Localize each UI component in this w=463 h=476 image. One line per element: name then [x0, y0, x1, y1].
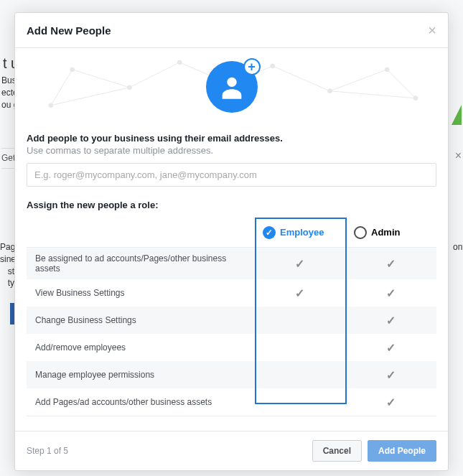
add-people-modal: Add New People ×: [14, 12, 449, 471]
perm-label: Add/remove employees: [27, 337, 254, 358]
svg-line-16: [51, 70, 73, 106]
instruction-subtext: Use commas to separate multiple addresse…: [27, 145, 436, 156]
check-icon: ✓: [386, 286, 396, 300]
check-icon: ✓: [386, 314, 396, 327]
check-icon: ✓: [295, 257, 304, 271]
table-row: Add/remove employees ✓: [27, 334, 436, 361]
svg-line-17: [329, 91, 416, 98]
perm-label: View Business Settings: [27, 282, 254, 304]
perm-label: Change Business Settings: [27, 309, 254, 331]
table-row: Be assigned to ad accounts/Pages/other b…: [27, 248, 436, 279]
step-indicator: Step 1 of 5: [27, 446, 68, 456]
role-employee[interactable]: Employee: [254, 226, 345, 239]
check-icon: ✓: [386, 257, 396, 271]
svg-line-13: [329, 70, 387, 91]
modal-body: + Add people to your business using thei…: [15, 48, 448, 431]
close-icon[interactable]: ×: [428, 23, 436, 37]
svg-line-12: [273, 66, 330, 91]
modal-footer: Step 1 of 5 Cancel Add People: [15, 431, 448, 470]
assign-role-label: Assign the new people a role:: [27, 200, 436, 210]
perm-label: Add Pages/ad accounts/other business ass…: [27, 391, 254, 413]
svg-line-8: [73, 70, 130, 88]
table-row: Add Pages/ad accounts/other business ass…: [27, 388, 436, 416]
table-row: Manage employee permissions ✓: [27, 361, 436, 388]
svg-line-9: [129, 62, 179, 88]
radio-checked-icon: [263, 226, 276, 239]
table-row: View Business Settings ✓ ✓: [27, 279, 436, 307]
cancel-button[interactable]: Cancel: [312, 440, 362, 462]
table-row: Change Business Settings ✓: [27, 307, 436, 334]
check-icon: ✓: [386, 368, 396, 382]
svg-line-14: [387, 70, 416, 98]
role-admin-label: Admin: [371, 227, 400, 238]
check-icon: ✓: [386, 396, 396, 409]
instruction-text: Add people to your business using their …: [27, 133, 436, 144]
add-people-button[interactable]: Add People: [368, 440, 436, 462]
person-icon: +: [206, 61, 258, 113]
radio-unchecked-icon: [354, 226, 367, 239]
perm-label: Manage employee permissions: [27, 364, 254, 386]
role-admin[interactable]: Admin: [345, 226, 436, 239]
modal-title: Add New People: [27, 24, 111, 37]
check-icon: ✓: [295, 286, 304, 300]
hero-graphic: +: [15, 48, 448, 120]
email-input[interactable]: [27, 163, 436, 187]
modal-header: Add New People ×: [15, 13, 448, 48]
check-icon: ✓: [386, 341, 396, 355]
permissions-table: Employee Admin Be assigned to ad account…: [27, 218, 436, 416]
perm-label: Be assigned to ad accounts/Pages/other b…: [27, 248, 254, 279]
role-employee-label: Employee: [280, 227, 324, 238]
svg-line-15: [51, 88, 130, 106]
plus-icon: +: [243, 58, 261, 75]
